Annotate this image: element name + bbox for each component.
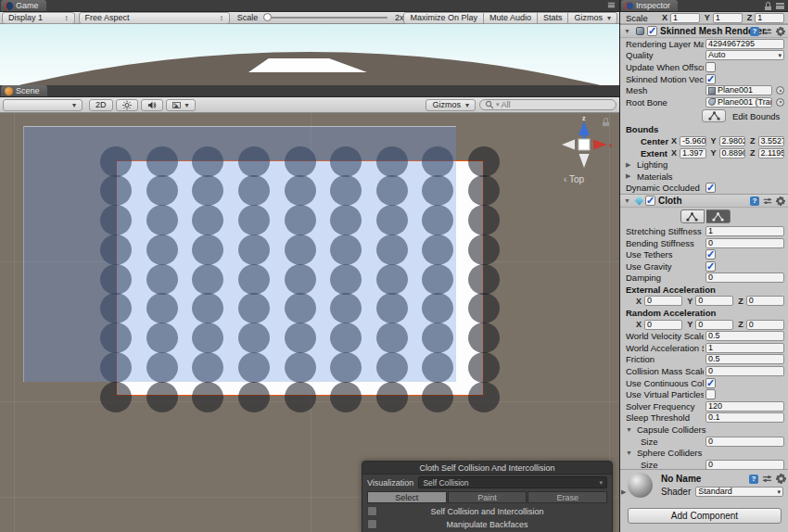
axis-neg-cone-down[interactable] xyxy=(579,154,590,168)
mesh-object-field[interactable]: Plane001 xyxy=(705,85,772,95)
cloth-tab-select[interactable]: Select xyxy=(367,491,447,503)
scene-gizmos-dropdown[interactable]: Gizmos xyxy=(426,99,476,111)
cloth-particle[interactable] xyxy=(422,382,453,412)
maximize-on-play-button[interactable]: Maximize On Play xyxy=(403,12,484,24)
view-orientation-label[interactable]: Top xyxy=(564,174,584,184)
mute-audio-button[interactable]: Mute Audio xyxy=(484,12,538,24)
vec3-y-field[interactable]: 0 xyxy=(695,320,733,330)
rendering-layer-mask-field[interactable]: 4294967295 xyxy=(705,39,784,49)
gear-icon[interactable] xyxy=(776,474,786,484)
aspect-dropdown[interactable]: Free Aspect xyxy=(79,12,230,24)
center-x-field[interactable]: -5.960 xyxy=(680,136,705,146)
object-picker-icon[interactable] xyxy=(776,86,784,95)
material-fold-triangle[interactable]: ▶ xyxy=(621,488,626,496)
tab-game[interactable]: Game xyxy=(1,0,46,11)
cloth-particle[interactable] xyxy=(468,175,500,206)
inspector-menu-icon[interactable] xyxy=(776,3,784,9)
fold-triangle-icon[interactable]: ▼ xyxy=(624,28,633,34)
add-component-button[interactable]: Add Component xyxy=(628,508,782,524)
solver-frequency-field[interactable]: 120 xyxy=(705,401,784,412)
cloth-tab-paint[interactable]: Paint xyxy=(448,491,527,503)
size-field[interactable]: 0 xyxy=(705,437,784,447)
fold-triangle-icon[interactable]: ▶ xyxy=(626,161,635,169)
vec3-x-field[interactable]: 0 xyxy=(644,320,682,330)
cloth-particle[interactable] xyxy=(468,382,500,412)
component-header-cloth[interactable]: ▼ Cloth xyxy=(620,194,788,208)
axis-neg-cone-left[interactable] xyxy=(562,140,575,150)
2d-toggle-button[interactable]: 2D xyxy=(89,99,113,111)
cloth-tab-erase[interactable]: Erase xyxy=(527,491,607,503)
draw-mode-dropdown[interactable] xyxy=(3,99,83,111)
scale-x-field[interactable]: 1 xyxy=(670,13,700,23)
skinned-mesh-renderer-enabled-checkbox[interactable] xyxy=(647,26,657,36)
tab-inspector[interactable]: Inspector xyxy=(621,0,678,11)
root-bone-object-field[interactable]: Plane001 (Tran xyxy=(705,97,772,108)
world-acceleration-s-field[interactable]: 1 xyxy=(705,343,784,353)
vec3-y-field[interactable]: 0 xyxy=(695,296,733,306)
axis-x-cone[interactable] xyxy=(593,140,607,150)
tab-scene[interactable]: Scene xyxy=(1,85,47,96)
cloth-particle[interactable] xyxy=(468,205,500,235)
effects-dropdown-button[interactable] xyxy=(166,99,196,111)
cloth-particle[interactable] xyxy=(468,323,500,353)
extent-x-field[interactable]: 1.397 xyxy=(680,148,705,158)
preset-icon[interactable] xyxy=(763,196,772,206)
cloth-particle[interactable] xyxy=(192,382,223,412)
scale-slider-knob[interactable] xyxy=(263,13,272,21)
preset-icon[interactable] xyxy=(762,474,772,484)
scene-viewport[interactable]: z x Top Cloth Self Collision And Interco… xyxy=(0,113,619,532)
cloth-particle[interactable] xyxy=(285,382,316,412)
cloth-particle[interactable] xyxy=(468,293,500,323)
stats-button[interactable]: Stats xyxy=(538,12,569,24)
scene-search-field[interactable]: ▾ All xyxy=(479,99,616,110)
cloth-particle[interactable] xyxy=(468,264,500,295)
gizmos-button[interactable]: Gizmos xyxy=(568,12,617,24)
component-header-skinned-mesh-renderer[interactable]: ▼ Skinned Mesh Renderer xyxy=(620,24,788,38)
cloth-particle[interactable] xyxy=(100,382,132,412)
collision-mass-scale-field[interactable]: 0 xyxy=(705,366,784,376)
lighting-toggle-button[interactable] xyxy=(116,99,138,111)
dynamic-occluded-checkbox[interactable] xyxy=(705,183,716,193)
scale-slider[interactable] xyxy=(263,17,388,19)
scale-z-field[interactable]: 1 xyxy=(755,13,784,23)
cloth-particle[interactable] xyxy=(468,352,500,383)
help-icon[interactable] xyxy=(750,27,759,36)
gear-icon[interactable] xyxy=(776,27,785,36)
cloth-particle[interactable] xyxy=(468,146,500,177)
use-virtual-particles-checkbox[interactable] xyxy=(705,389,716,399)
vec3-x-field[interactable]: 0 xyxy=(644,296,682,306)
center-z-field[interactable]: 3.5527 xyxy=(758,136,784,146)
damping-field[interactable]: 0 xyxy=(705,272,784,283)
sleep-threshold-field[interactable]: 0.1 xyxy=(705,412,784,423)
use-continuous-colli-checkbox[interactable] xyxy=(705,378,716,388)
cloth-particle[interactable] xyxy=(238,382,270,412)
edit-cloth-constraints-button[interactable] xyxy=(680,209,705,223)
vec3-z-field[interactable]: 0 xyxy=(746,296,784,306)
fold-triangle-icon[interactable]: ▶ xyxy=(626,172,635,180)
scene-lock-icon[interactable] xyxy=(603,118,609,125)
gear-icon[interactable] xyxy=(776,196,785,206)
center-y-field[interactable]: 2.9802 xyxy=(719,136,745,146)
fold-triangle-icon[interactable]: ▼ xyxy=(626,426,635,433)
game-panel-menu-icon[interactable] xyxy=(608,3,615,8)
visualization-dropdown[interactable]: Self Collision xyxy=(418,476,607,488)
help-icon[interactable] xyxy=(749,475,758,484)
quality-dropdown[interactable]: Auto xyxy=(705,50,784,60)
fold-triangle-icon[interactable]: ▼ xyxy=(626,450,635,456)
extent-y-field[interactable]: 0.8890 xyxy=(719,148,745,158)
preset-icon[interactable] xyxy=(763,27,772,36)
update-when-offscree-checkbox[interactable] xyxy=(705,62,716,72)
use-tethers-checkbox[interactable] xyxy=(705,249,716,260)
axis-z-cone[interactable] xyxy=(578,121,590,135)
gizmo-center-cube[interactable] xyxy=(578,139,590,150)
inspector-lock-icon[interactable] xyxy=(765,2,771,9)
cloth-particle[interactable] xyxy=(468,234,500,265)
cloth-particle[interactable] xyxy=(330,382,362,412)
shader-dropdown[interactable]: Standard xyxy=(695,487,783,497)
use-gravity-checkbox[interactable] xyxy=(705,261,716,272)
audio-toggle-button[interactable] xyxy=(141,99,163,111)
friction-field[interactable]: 0.5 xyxy=(705,354,784,364)
stretching-stiffness-field[interactable]: 1 xyxy=(705,226,784,236)
fold-triangle-icon[interactable]: ▼ xyxy=(624,197,633,204)
help-icon[interactable] xyxy=(750,196,759,206)
